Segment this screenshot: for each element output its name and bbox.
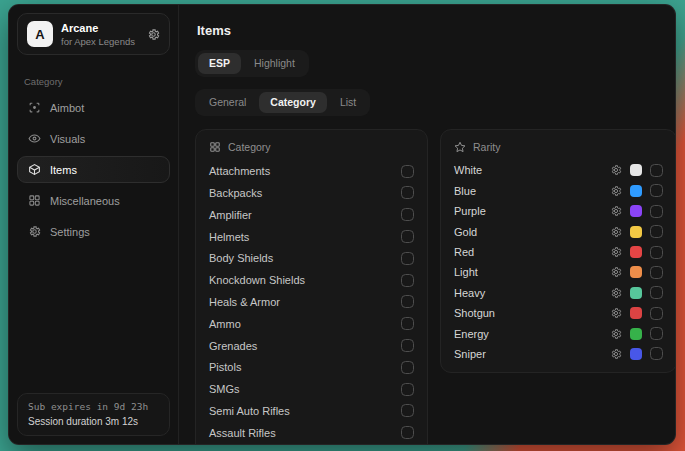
gear-icon[interactable] [610, 205, 622, 217]
rarity-checkbox[interactable] [650, 347, 663, 360]
category-label: Body Shields [209, 252, 273, 264]
gear-icon[interactable] [610, 307, 622, 319]
tab-category[interactable]: Category [259, 92, 327, 113]
rarity-label: Blue [454, 185, 476, 197]
sidebar: A Arcane for Apex Legends Category Aimbo… [9, 5, 179, 444]
rarity-controls [610, 164, 663, 177]
category-checkbox[interactable] [401, 274, 414, 287]
rarity-controls [610, 307, 663, 320]
sidebar-item-visuals[interactable]: Visuals [17, 125, 170, 152]
sidebar-item-aimbot[interactable]: Aimbot [17, 94, 170, 121]
category-label: Pistols [209, 361, 241, 373]
category-label: Backpacks [209, 187, 262, 199]
tab-general[interactable]: General [198, 92, 257, 113]
gear-icon[interactable] [610, 287, 622, 299]
gear-icon[interactable] [610, 185, 622, 197]
star-icon [454, 141, 466, 153]
category-row: Grenades [209, 335, 414, 357]
rarity-controls [610, 327, 663, 340]
rarity-label: Purple [454, 205, 486, 217]
color-swatch[interactable] [630, 226, 642, 238]
gear-icon[interactable] [610, 266, 622, 278]
gear-icon[interactable] [147, 28, 160, 41]
category-checkbox[interactable] [401, 339, 414, 352]
color-swatch[interactable] [630, 246, 642, 258]
category-checkbox[interactable] [401, 295, 414, 308]
tab-highlight[interactable]: Highlight [243, 53, 306, 74]
gear-icon[interactable] [610, 226, 622, 238]
rarity-label: Gold [454, 226, 477, 238]
app-logo: A [27, 21, 53, 47]
rarity-checkbox[interactable] [650, 246, 663, 259]
panels-row: Category Attachments Backpacks [195, 129, 676, 445]
category-row: Knockdown Shields [209, 269, 414, 291]
category-checkbox[interactable] [401, 186, 414, 199]
category-checkbox[interactable] [401, 361, 414, 374]
category-row: Pistols [209, 356, 414, 378]
gear-icon[interactable] [610, 328, 622, 340]
view-segmented-control: General Category List [195, 89, 370, 116]
tab-esp[interactable]: ESP [198, 53, 241, 74]
app-subtitle: for Apex Legends [61, 36, 135, 47]
gear-icon[interactable] [610, 348, 622, 360]
rarity-controls [610, 286, 663, 299]
grid-icon [28, 194, 41, 207]
sidebar-item-items[interactable]: Items [17, 156, 170, 183]
category-checkbox[interactable] [401, 404, 414, 417]
rarity-label: Energy [454, 328, 489, 340]
category-row: SMGs [209, 378, 414, 400]
gear-icon[interactable] [610, 246, 622, 258]
rarity-label: Heavy [454, 287, 485, 299]
color-swatch[interactable] [630, 328, 642, 340]
rarity-checkbox[interactable] [650, 205, 663, 218]
category-label: Amplifier [209, 209, 252, 221]
category-checkbox[interactable] [401, 230, 414, 243]
sidebar-item-label: Aimbot [50, 102, 84, 114]
category-checkbox[interactable] [401, 252, 414, 265]
color-swatch[interactable] [630, 164, 642, 176]
category-checkbox[interactable] [401, 317, 414, 330]
color-swatch[interactable] [630, 266, 642, 278]
rarity-label: Sniper [454, 348, 486, 360]
rarity-checkbox[interactable] [650, 164, 663, 177]
category-row: Semi Auto Rifles [209, 400, 414, 422]
category-checkbox[interactable] [401, 383, 414, 396]
rarity-controls [610, 347, 663, 360]
category-label: Ammo [209, 318, 241, 330]
color-swatch[interactable] [630, 185, 642, 197]
rarity-checkbox[interactable] [650, 286, 663, 299]
category-row: Backpacks [209, 182, 414, 204]
view-tab-row: General Category List [195, 89, 676, 116]
gear-icon [28, 225, 41, 238]
rarity-checkbox[interactable] [650, 225, 663, 238]
category-checkbox[interactable] [401, 165, 414, 178]
session-duration-text: Session duration 3m 12s [28, 416, 159, 427]
category-label: Knockdown Shields [209, 274, 305, 286]
rarity-label: Red [454, 246, 474, 258]
rarity-panel: Rarity White [440, 129, 676, 373]
rarity-row: White [454, 160, 663, 180]
rarity-checkbox[interactable] [650, 327, 663, 340]
color-swatch[interactable] [630, 307, 642, 319]
color-swatch[interactable] [630, 205, 642, 217]
category-label: Helmets [209, 231, 249, 243]
category-checkbox[interactable] [401, 426, 414, 439]
tab-list[interactable]: List [329, 92, 367, 113]
rarity-row: Gold [454, 221, 663, 241]
crosshair-icon [28, 101, 41, 114]
rarity-checkbox[interactable] [650, 307, 663, 320]
rarity-row: Energy [454, 323, 663, 343]
gear-icon[interactable] [610, 164, 622, 176]
category-label: Grenades [209, 340, 257, 352]
rarity-checkbox[interactable] [650, 184, 663, 197]
category-label: Semi Auto Rifles [209, 405, 290, 417]
rarity-controls [610, 266, 663, 279]
sidebar-item-settings[interactable]: Settings [17, 218, 170, 245]
category-list: Attachments Backpacks Amplifier [209, 160, 414, 445]
rarity-checkbox[interactable] [650, 266, 663, 279]
category-checkbox[interactable] [401, 208, 414, 221]
color-swatch[interactable] [630, 287, 642, 299]
category-row: Helmets [209, 226, 414, 248]
sidebar-item-miscellaneous[interactable]: Miscellaneous [17, 187, 170, 214]
color-swatch[interactable] [630, 348, 642, 360]
